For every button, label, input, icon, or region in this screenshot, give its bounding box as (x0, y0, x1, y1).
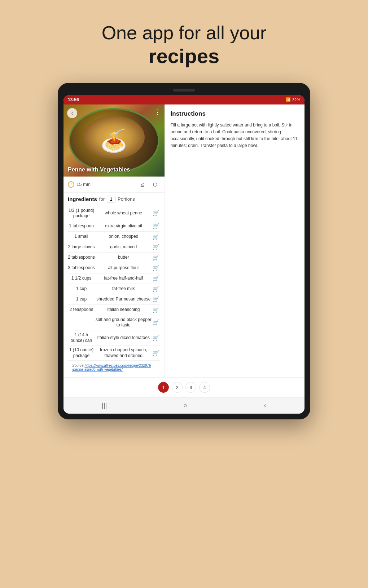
menu-button[interactable]: ⋮ (154, 108, 161, 116)
ingredients-section: Ingredients for 1 Portions 1/2 (1 pound)… (63, 193, 165, 378)
tablet-inner: 13:56 📶 32% ‹ ⋮ Penne with Vegetables (63, 95, 305, 414)
add-to-cart-button[interactable]: 🛒 (152, 265, 160, 271)
ingredient-amount: 1/2 (1 pound) package (68, 208, 95, 219)
nav-menu-button[interactable]: ||| (95, 400, 114, 411)
time-info: 15 min (68, 181, 91, 188)
ingredient-name: Italian-style diced tomatoes (95, 335, 152, 341)
ingredient-amount: 1 cup (68, 297, 95, 302)
clock-icon (68, 181, 74, 188)
cart-icon: 🛒 (153, 286, 159, 292)
cart-icon: 🛒 (153, 307, 159, 313)
source-text: Source (72, 364, 84, 368)
portions-label: Portions (118, 196, 135, 202)
add-to-cart-button[interactable]: 🛒 (152, 210, 160, 217)
ingredient-row: 1 small onion, chopped 🛒 (68, 232, 160, 242)
source-section: Source https://www.allrecipes.com/recipe… (68, 361, 160, 374)
recipe-image-container: ‹ ⋮ Penne with Vegetables (63, 104, 165, 177)
ingredient-amount: 1 cup (68, 286, 95, 292)
tablet-notch (173, 89, 195, 92)
ingredient-amount: 2 tablespoons (68, 255, 95, 260)
nav-home-button[interactable]: ○ (176, 400, 195, 411)
share-button[interactable]: ⬡ (150, 179, 160, 190)
ingredient-name: shredded Parmesan cheese (95, 297, 152, 302)
recipe-time: 15 min (76, 182, 91, 187)
page-button-3[interactable]: 3 (185, 382, 196, 393)
meta-actions: 🖨 ⬡ (137, 179, 160, 190)
portions-box[interactable]: 1 (107, 196, 115, 202)
nav-back-button[interactable]: ‹ (257, 400, 273, 411)
add-to-cart-button[interactable]: 🛒 (152, 275, 160, 282)
ingredient-amount: 1 1/2 cups (68, 276, 95, 281)
ingredient-row: 2 tablespoons butter 🛒 (68, 253, 160, 263)
left-panel: ‹ ⋮ Penne with Vegetables 15 min 🖨 ⬡ (63, 104, 165, 378)
ingredient-row: 1 (10 ounce) package frozen chopped spin… (68, 346, 160, 361)
ingredients-title: Ingredients (68, 196, 97, 202)
ingredient-row: 2 teaspoons Italian seasoning 🛒 (68, 305, 160, 315)
cart-icon: 🛒 (153, 319, 159, 326)
ingredient-name: frozen chopped spinach, thawed and drain… (95, 347, 152, 358)
ingredient-row: 1 1/2 cups fat-free half-and-half 🛒 (68, 273, 160, 284)
page-button-4[interactable]: 4 (199, 382, 210, 393)
add-to-cart-button[interactable]: 🛒 (152, 244, 160, 250)
ingredients-list: 1/2 (1 pound) package whole wheat penne … (68, 206, 160, 361)
add-to-cart-button[interactable]: 🛒 (152, 335, 160, 341)
pagination-buttons: 1234 (158, 382, 210, 393)
ingredient-amount: 2 large cloves (68, 244, 95, 250)
wifi-icon: 📶 (286, 97, 291, 102)
instructions-text: Fill a large pot with lightly salted wat… (171, 122, 299, 150)
cart-icon: 🛒 (153, 265, 159, 271)
back-button[interactable]: ‹ (67, 108, 77, 118)
app-content: ‹ ⋮ Penne with Vegetables 15 min 🖨 ⬡ (63, 104, 305, 378)
hero-line1: One app for all your (102, 22, 267, 44)
add-to-cart-button[interactable]: 🛒 (152, 254, 160, 261)
ingredient-row: 3 tablespoons all-purpose flour 🛒 (68, 263, 160, 273)
ingredient-name: salt and ground black pepper to taste (95, 317, 152, 328)
add-to-cart-button[interactable]: 🛒 (152, 296, 160, 303)
cart-icon: 🛒 (153, 275, 159, 282)
status-bar: 13:56 📶 32% (63, 95, 305, 104)
ingredient-row: salt and ground black pepper to taste 🛒 (68, 315, 160, 330)
recipe-meta: 15 min 🖨 ⬡ (63, 177, 165, 193)
add-to-cart-button[interactable]: 🛒 (152, 286, 160, 292)
hero-line2: recipes (102, 44, 267, 68)
ingredient-row: 1 cup shredded Parmesan cheese 🛒 (68, 294, 160, 305)
food-illustration (69, 108, 159, 173)
cart-icon: 🛒 (153, 254, 159, 261)
recipe-image-bg (63, 104, 165, 177)
status-icons: 📶 32% (286, 97, 300, 102)
add-to-cart-button[interactable]: 🛒 (152, 233, 160, 240)
page-button-2[interactable]: 2 (172, 382, 183, 393)
ingredient-name: garlic, minced (95, 244, 152, 250)
ingredient-name: all-purpose flour (95, 265, 152, 271)
ingredient-amount: 1 (10 ounce) package (68, 347, 95, 358)
ingredient-row: 1 cup fat-free milk 🛒 (68, 284, 160, 294)
pagination: 1234 (63, 377, 305, 397)
ingredient-amount: 2 teaspoons (68, 307, 95, 313)
tablet-frame: 13:56 📶 32% ‹ ⋮ Penne with Vegetables (58, 83, 310, 420)
add-to-cart-button[interactable]: 🛒 (152, 319, 160, 326)
right-panel: Instructions Fill a large pot with light… (165, 104, 305, 378)
ingredient-amount: 1 small (68, 234, 95, 240)
cart-icon: 🛒 (153, 244, 159, 250)
ingredient-name: onion, chopped (95, 234, 152, 240)
hero-section: One app for all your recipes (102, 22, 267, 68)
status-time: 13:56 (68, 97, 79, 102)
ingredient-amount: 1 tablespoon (68, 223, 95, 229)
add-to-cart-button[interactable]: 🛒 (152, 223, 160, 230)
cart-icon: 🛒 (153, 210, 159, 217)
nav-bar: ||| ○ ‹ (63, 397, 305, 414)
cart-icon: 🛒 (153, 350, 159, 356)
cart-icon: 🛒 (153, 335, 159, 341)
page-button-1[interactable]: 1 (158, 382, 169, 393)
add-to-cart-button[interactable]: 🛒 (152, 307, 160, 313)
print-button[interactable]: 🖨 (137, 179, 147, 190)
cart-icon: 🛒 (153, 223, 159, 230)
ingredient-row: 1 (14.5 ounce) can Italian-style diced t… (68, 330, 160, 346)
instructions-title: Instructions (171, 110, 299, 117)
add-to-cart-button[interactable]: 🛒 (152, 350, 160, 356)
ingredient-name: whole wheat penne (95, 210, 152, 216)
ingredient-amount: 1 (14.5 ounce) can (68, 332, 95, 343)
ingredients-header: Ingredients for 1 Portions (68, 196, 160, 202)
ingredient-name: fat-free milk (95, 286, 152, 292)
ingredient-row: 2 large cloves garlic, minced 🛒 (68, 242, 160, 253)
